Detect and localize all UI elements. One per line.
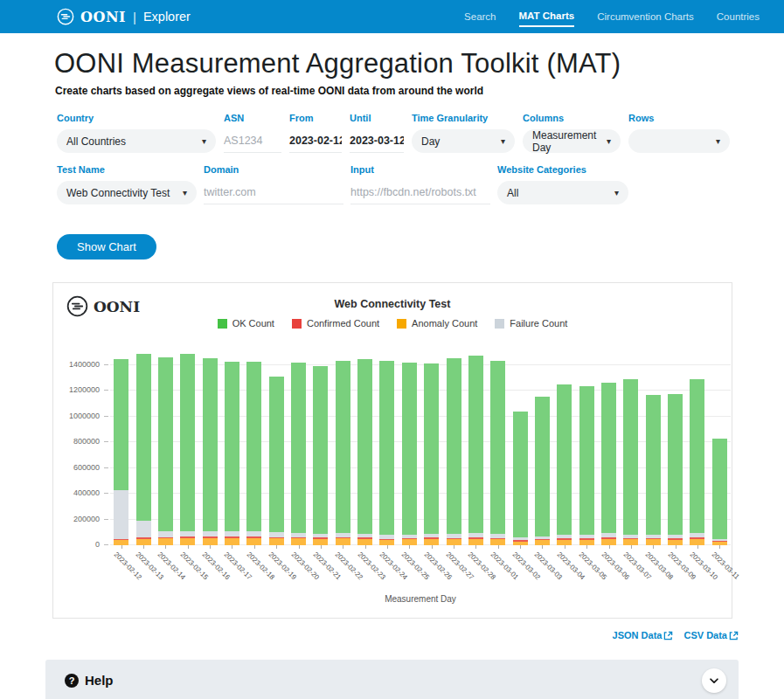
domain-label: Domain: [204, 164, 343, 175]
nav-item-search[interactable]: Search: [464, 8, 496, 26]
bar-segment-anomaly-count: [690, 539, 704, 545]
bar-segment-failure-count: [246, 531, 261, 537]
bar-2023-03-05[interactable]: [579, 386, 594, 545]
asn-input[interactable]: [224, 129, 281, 153]
page-subtitle: Create charts based on aggregate views o…: [55, 85, 784, 97]
ooni-logo-icon: [57, 8, 74, 25]
bar-segment-failure-count: [225, 531, 239, 537]
show-chart-button[interactable]: Show Chart: [57, 234, 156, 260]
bar-segment-ok-count: [246, 362, 261, 531]
bar-2023-02-27[interactable]: [447, 358, 461, 545]
bar-2023-02-18[interactable]: [246, 362, 261, 545]
columns-label: Columns: [523, 113, 621, 123]
page-title: OONI Measurement Aggregation Toolkit (MA…: [54, 48, 784, 80]
bar-2023-02-19[interactable]: [269, 377, 284, 545]
bar-2023-03-02[interactable]: [513, 412, 528, 545]
legend-item: OK Count: [218, 318, 274, 329]
test-name-select[interactable]: Web Connectivity Test ▾: [57, 181, 197, 204]
bar-segment-anomaly-count: [646, 539, 661, 545]
bar-2023-02-13[interactable]: [136, 354, 151, 545]
bar-2023-02-25[interactable]: [402, 363, 417, 545]
x-axis-tick: [276, 545, 277, 549]
legend-item: Failure Count: [495, 318, 567, 329]
chart-watermark-text: OONI: [94, 298, 140, 315]
bar-segment-ok-count: [690, 379, 704, 532]
legend-item: Confirmed Count: [292, 318, 379, 329]
website-categories-value: All: [507, 187, 518, 199]
bar-2023-02-20[interactable]: [291, 363, 306, 545]
brand-product: Explorer: [143, 10, 191, 24]
main-nav: Search MAT Charts Circumvention Charts C…: [464, 7, 760, 27]
bar-2023-02-17[interactable]: [225, 362, 239, 545]
bar-2023-02-16[interactable]: [203, 358, 218, 545]
x-axis-tick: [676, 545, 676, 549]
y-axis-tick: [104, 544, 108, 545]
brand[interactable]: OONI | Explorer: [57, 8, 191, 25]
x-axis-tick: [432, 545, 433, 549]
country-select[interactable]: All Countries ▾: [57, 129, 216, 153]
bar-2023-03-09[interactable]: [668, 394, 683, 545]
json-data-link[interactable]: JSON Data: [613, 630, 674, 640]
x-axis-tick: [165, 545, 166, 549]
x-axis-tick: [475, 545, 476, 549]
time-granularity-select[interactable]: Day ▾: [412, 129, 515, 153]
bar-2023-03-03[interactable]: [535, 397, 550, 545]
bar-segment-failure-count: [114, 490, 128, 539]
x-axis-title: Measurement Day: [110, 594, 731, 604]
x-axis-tick: [387, 545, 388, 549]
bar-segment-ok-count: [313, 366, 328, 534]
bar-2023-03-07[interactable]: [623, 379, 638, 545]
chart-card: OONI Web Connectivity Test OK CountConfi…: [52, 282, 732, 619]
bar-2023-03-06[interactable]: [601, 383, 616, 545]
y-axis-tick-label: 800000: [56, 437, 100, 446]
x-axis-tick: [631, 545, 632, 549]
bar-2023-03-01[interactable]: [490, 361, 505, 545]
bar-2023-03-11[interactable]: [712, 439, 727, 545]
help-section-header[interactable]: ? Help: [45, 660, 739, 699]
bar-2023-02-14[interactable]: [158, 357, 173, 545]
help-expand-button[interactable]: [702, 668, 726, 693]
bar-2023-02-28[interactable]: [468, 356, 483, 545]
filter-form: Country All Countries ▾ ASN From Until T…: [57, 113, 734, 204]
columns-select[interactable]: Measurement Day ▾: [523, 129, 621, 153]
x-axis-tick: [343, 545, 343, 549]
nav-item-mat-charts[interactable]: MAT Charts: [519, 7, 575, 27]
y-axis-tick: [104, 364, 108, 365]
bar-2023-02-22[interactable]: [336, 361, 350, 545]
legend-label: Anomaly Count: [412, 318, 477, 329]
x-axis-tick: [299, 545, 300, 549]
bar-2023-02-23[interactable]: [357, 359, 372, 545]
bar-2023-03-04[interactable]: [557, 384, 572, 545]
bar-2023-02-26[interactable]: [424, 363, 439, 545]
bar-segment-failure-count: [136, 521, 151, 537]
bar-2023-02-12[interactable]: [114, 359, 128, 545]
y-axis-tick-label: 1200000: [56, 385, 100, 394]
domain-input[interactable]: [204, 181, 343, 204]
bar-segment-ok-count: [269, 377, 284, 532]
bar-2023-02-15[interactable]: [180, 354, 195, 545]
rows-select[interactable]: ▾: [628, 129, 730, 153]
bar-segment-ok-count: [557, 384, 572, 535]
bar-2023-03-08[interactable]: [646, 395, 661, 545]
until-date-input[interactable]: [350, 129, 404, 153]
website-categories-select[interactable]: All ▾: [497, 181, 628, 204]
bar-2023-02-24[interactable]: [379, 361, 394, 545]
nav-item-countries[interactable]: Countries: [717, 8, 760, 26]
bar-segment-anomaly-count: [601, 539, 616, 545]
bar-segment-failure-count: [158, 531, 173, 537]
legend-label: Confirmed Count: [307, 318, 379, 329]
bar-segment-ok-count: [291, 363, 306, 533]
input-input[interactable]: [350, 181, 490, 204]
legend-swatch: [495, 319, 504, 329]
nav-item-circumvention-charts[interactable]: Circumvention Charts: [597, 8, 694, 26]
csv-data-link[interactable]: CSV Data: [683, 630, 739, 640]
x-axis-tick: [697, 545, 698, 549]
bar-segment-anomaly-count: [402, 539, 417, 545]
chart-legend: OK CountConfirmed CountAnomaly CountFail…: [53, 318, 732, 329]
bar-segment-ok-count: [424, 363, 439, 534]
bar-2023-02-21[interactable]: [313, 366, 328, 545]
bar-segment-anomaly-count: [180, 538, 195, 545]
from-date-input[interactable]: [289, 129, 342, 153]
chart-watermark: OONI: [66, 295, 140, 317]
bar-2023-03-10[interactable]: [690, 379, 704, 545]
